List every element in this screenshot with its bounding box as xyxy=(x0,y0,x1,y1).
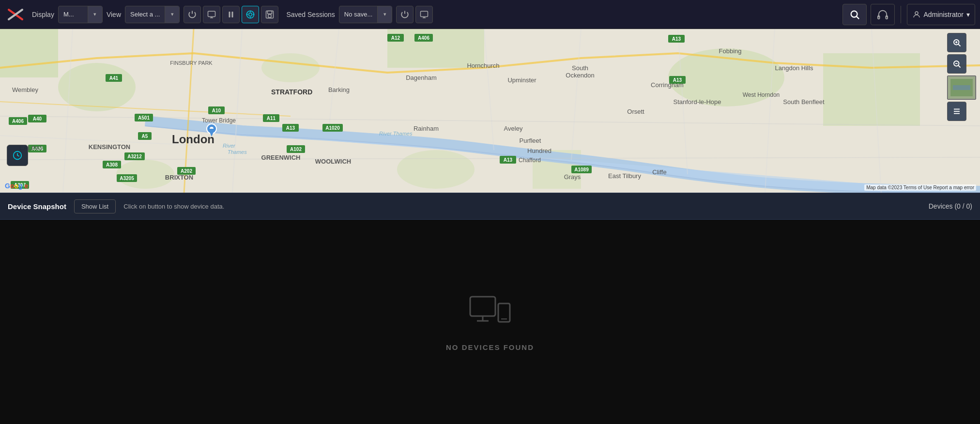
svg-text:STRATFORD: STRATFORD xyxy=(271,88,312,96)
view-select[interactable]: Select a ... ▾ xyxy=(125,6,180,23)
target-button[interactable] xyxy=(242,6,259,23)
svg-text:Hundred: Hundred xyxy=(527,147,551,154)
no-devices-icon xyxy=(468,293,512,333)
svg-point-19 xyxy=(851,11,857,17)
map-svg: A406 A40 A12 A406 A41 A10 A11 A5 A406 xyxy=(0,29,980,193)
save-session-button[interactable] xyxy=(261,6,278,23)
svg-text:Chafford: Chafford xyxy=(519,157,541,164)
svg-rect-29 xyxy=(823,53,920,126)
no-devices-text: NO DEVICES FOUND xyxy=(446,343,534,351)
svg-text:South Benfleet: South Benfleet xyxy=(783,98,825,106)
svg-text:Cliffe: Cliffe xyxy=(652,168,666,176)
svg-text:A40: A40 xyxy=(33,116,42,121)
svg-rect-5 xyxy=(229,12,230,17)
svg-point-8 xyxy=(249,13,252,16)
display-select[interactable]: M... ▾ xyxy=(58,6,103,23)
svg-text:Purfleet: Purfleet xyxy=(520,137,541,144)
pause-button[interactable] xyxy=(222,6,240,23)
svg-text:A12: A12 xyxy=(391,35,400,41)
session-control-buttons xyxy=(396,6,433,23)
svg-text:A202: A202 xyxy=(181,168,192,174)
devices-label: Devices (0 / 0) xyxy=(929,202,972,210)
svg-text:A406: A406 xyxy=(12,119,24,124)
map-container[interactable]: A406 A40 A12 A406 A41 A10 A11 A5 A406 xyxy=(0,29,980,193)
svg-rect-16 xyxy=(421,11,428,16)
map-attribution[interactable]: Map data ©2023 Terms of Use Report a map… xyxy=(864,184,976,191)
svg-text:A13: A13 xyxy=(286,125,295,131)
map-time-button[interactable] xyxy=(7,145,28,166)
svg-text:East Tilbury: East Tilbury xyxy=(608,172,641,180)
svg-rect-6 xyxy=(232,12,233,17)
svg-line-20 xyxy=(857,16,859,19)
svg-text:Ockendon: Ockendon xyxy=(566,72,594,79)
display-dropdown-arrow[interactable]: ▾ xyxy=(88,6,102,23)
svg-text:West Horndon: West Horndon xyxy=(743,91,780,98)
view-select-value: Select a ... xyxy=(125,11,165,18)
svg-text:A501: A501 xyxy=(138,115,150,121)
svg-rect-2 xyxy=(208,11,215,16)
svg-rect-14 xyxy=(268,11,272,14)
show-list-button[interactable]: Show List xyxy=(74,199,116,213)
svg-text:Wembley: Wembley xyxy=(12,86,38,93)
control-buttons xyxy=(184,6,278,23)
saved-sessions-arrow[interactable]: ▾ xyxy=(377,6,392,23)
view-dropdown-arrow[interactable]: ▾ xyxy=(165,6,179,23)
svg-line-149 xyxy=(958,44,960,46)
map-menu-btn[interactable] xyxy=(947,102,966,121)
headset-button[interactable] xyxy=(871,4,895,25)
svg-text:BRIXTON: BRIXTON xyxy=(165,174,193,181)
session-screen-button[interactable] xyxy=(415,6,433,23)
svg-text:A1020: A1020 xyxy=(325,125,340,131)
svg-text:GREENWICH: GREENWICH xyxy=(261,154,301,161)
power-button[interactable] xyxy=(184,6,201,23)
svg-text:Barking: Barking xyxy=(328,86,350,93)
logo xyxy=(5,4,26,25)
svg-text:A1089: A1089 xyxy=(574,167,589,172)
svg-text:A3212: A3212 xyxy=(127,154,142,159)
svg-point-33 xyxy=(261,53,320,82)
saved-sessions-label: Saved Sessions xyxy=(286,11,335,18)
svg-text:FINSBURY PARK: FINSBURY PARK xyxy=(170,60,213,66)
svg-text:WOOLWICH: WOOLWICH xyxy=(315,158,351,165)
svg-text:A5: A5 xyxy=(142,134,148,139)
svg-point-31 xyxy=(397,150,475,189)
svg-text:KENSINGTON: KENSINGTON xyxy=(89,143,130,151)
svg-text:Tower Bridge: Tower Bridge xyxy=(202,117,236,124)
svg-text:London: London xyxy=(172,133,214,146)
saved-sessions-value: No save... xyxy=(339,11,378,18)
search-button[interactable] xyxy=(842,4,867,25)
svg-text:River: River xyxy=(223,143,236,149)
nav-divider xyxy=(901,6,901,23)
screen-button[interactable] xyxy=(203,6,220,23)
svg-text:South: South xyxy=(572,64,588,72)
svg-text:A11: A11 xyxy=(267,116,276,121)
svg-text:A41: A41 xyxy=(109,76,119,81)
svg-rect-157 xyxy=(953,85,970,90)
svg-text:A13: A13 xyxy=(673,77,682,83)
svg-text:Thames: Thames xyxy=(228,149,247,155)
devices-label-text: Devices xyxy=(929,202,953,210)
map-overlay-controls xyxy=(947,33,976,121)
svg-text:Grays: Grays xyxy=(564,173,581,181)
snapshot-info-text: Click on button to show device data. xyxy=(123,203,224,210)
saved-sessions-select[interactable]: No save... ▾ xyxy=(339,6,393,23)
svg-text:Rainham: Rainham xyxy=(413,125,439,132)
svg-text:A308: A308 xyxy=(106,162,118,167)
map-zoom-out-btn[interactable] xyxy=(947,54,966,74)
empty-devices-area: NO DEVICES FOUND xyxy=(0,220,980,424)
map-thumbnail[interactable] xyxy=(947,76,976,100)
session-power-button[interactable] xyxy=(396,6,413,23)
display-select-value: M... xyxy=(59,11,88,18)
svg-text:A13: A13 xyxy=(672,36,681,42)
svg-text:Stanford-le-Hope: Stanford-le-Hope xyxy=(674,98,721,106)
svg-text:A10: A10 xyxy=(212,108,221,113)
svg-text:Aveley: Aveley xyxy=(504,125,523,132)
svg-text:Fobbing: Fobbing xyxy=(719,47,742,55)
user-menu[interactable]: Administrator ▾ xyxy=(907,4,975,25)
user-label: Administrator xyxy=(924,11,964,18)
user-arrow: ▾ xyxy=(966,11,970,18)
svg-text:Dagenham: Dagenham xyxy=(406,74,437,81)
svg-rect-15 xyxy=(268,15,271,17)
map-zoom-in-btn[interactable] xyxy=(947,33,966,52)
devices-count: (0 / 0) xyxy=(954,202,972,210)
